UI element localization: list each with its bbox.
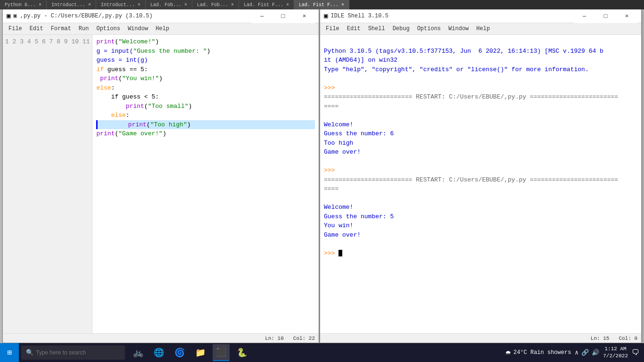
search-icon: 🔍	[26, 349, 33, 356]
browser-tabs[interactable]: Python G... × Introduct... × Introduct..…	[0, 0, 644, 9]
taskbar-icon-python[interactable]: 🐍	[233, 344, 250, 361]
code-area[interactable]: print("Welcome!")g = input("Guess the nu…	[92, 35, 319, 333]
editor-minimize-button[interactable]: –	[251, 9, 272, 23]
taskbar-clock[interactable]: 1:12 AM 7/2/2022	[603, 346, 628, 360]
editor-menu-window[interactable]: Window	[124, 25, 152, 33]
shell-icon: ▣	[324, 12, 328, 20]
shell-menu-edit[interactable]: Edit	[343, 25, 364, 33]
editor-content[interactable]: 1 2 3 4 5 6 7 8 9 10 11 print("Welcome!"…	[3, 35, 319, 333]
shell-separator-1: ======================== RESTART: C:/Use…	[324, 93, 618, 110]
taskbar-icon-chrome[interactable]: 🌀	[171, 344, 188, 361]
taskbar-sound-icon[interactable]: 🔊	[592, 349, 599, 356]
taskbar-weather-icon: 🌧	[505, 349, 511, 356]
shell-menu-shell[interactable]: Shell	[364, 25, 389, 33]
taskbar-right: 🌧 24°C Rain showers ∧ 🔗 🔊 1:12 AM 7/2/20…	[505, 346, 644, 360]
taskbar-app-icons: 🚲 🌐 🌀 📁 ⬛ 🐍	[130, 344, 250, 361]
editor-window-controls[interactable]: – □ ×	[251, 9, 315, 23]
shell-menu-file[interactable]: File	[322, 25, 343, 33]
shell-prompt-1: >>>	[324, 84, 339, 91]
taskbar-search[interactable]: 🔍	[21, 346, 125, 360]
editor-window: ▣ ▣ ,py.py - C:/Users/EBUBE/,py.py (3.10…	[2, 8, 319, 343]
taskbar-weather-text: 24°C Rain showers	[513, 349, 571, 356]
tab-intro1[interactable]: Introduct... ×	[47, 0, 96, 9]
line-numbers: 1 2 3 4 5 6 7 8 9 10 11	[3, 35, 92, 333]
editor-menu-edit[interactable]: Edit	[26, 25, 47, 33]
shell-window-controls[interactable]: – □ ×	[574, 9, 637, 23]
editor-menu-run[interactable]: Run	[75, 25, 93, 33]
editor-close-button[interactable]: ×	[294, 9, 315, 23]
shell-menu-debug[interactable]: Debug	[389, 25, 413, 33]
shell-col: Col: 0	[619, 336, 637, 341]
taskbar-date-text: 7/2/2022	[603, 353, 628, 360]
shell-separator-2: ======================== RESTART: C:/Use…	[324, 176, 618, 193]
editor-col: Col: 22	[293, 336, 315, 341]
editor-menu-help[interactable]: Help	[152, 25, 173, 33]
shell-close-button[interactable]: ×	[616, 9, 637, 23]
shell-content[interactable]: Python 3.10.5 (tags/v3.10.5:f377153, Jun…	[320, 35, 641, 333]
shell-maximize-button[interactable]: □	[595, 9, 616, 23]
start-button[interactable]: ⊞	[0, 343, 19, 362]
shell-menu-options[interactable]: Options	[413, 25, 445, 33]
shell-startup: Python 3.10.5 (tags/v3.10.5:f377153, Jun…	[324, 48, 603, 73]
tab-lad1[interactable]: Lad. Fob... ×	[146, 0, 192, 9]
shell-title-bar: ▣ IDLE Shell 3.10.5 – □ ×	[320, 9, 641, 23]
shell-menu-bar[interactable]: File Edit Shell Debug Options Window Hel…	[320, 23, 641, 35]
taskbar-icon-cortana[interactable]: 🚲	[130, 344, 147, 361]
tab-intro2[interactable]: Introduct... ×	[96, 0, 146, 9]
shell-title: IDLE Shell 3.10.5	[330, 13, 574, 19]
taskbar-notification-icon[interactable]: 🗨	[632, 348, 639, 357]
editor-icon: ▣	[7, 12, 10, 20]
taskbar: ⊞ 🔍 🚲 🌐 🌀 📁 ⬛ 🐍 🌧 24°C Rain showers ∧ 🔗 …	[0, 343, 644, 362]
taskbar-sys-tray: ∧ 🔗 🔊	[575, 349, 599, 356]
editor-status-bar: Ln: 10 Col: 22	[3, 333, 319, 343]
search-input[interactable]	[36, 349, 120, 356]
taskbar-chevron-icon[interactable]: ∧	[575, 349, 578, 356]
editor-menu-file[interactable]: File	[5, 25, 26, 33]
shell-window: ▣ IDLE Shell 3.10.5 – □ × File Edit Shel…	[320, 8, 642, 343]
editor-menu-bar[interactable]: File Edit Format Run Options Window Help	[3, 23, 319, 35]
taskbar-icon-explorer[interactable]: 📁	[192, 344, 209, 361]
taskbar-time-text: 1:12 AM	[603, 346, 628, 353]
shell-prompt-2: >>>	[324, 167, 339, 174]
tab-lad2[interactable]: Lad. Fob... ×	[192, 0, 239, 9]
tab-lad3[interactable]: Lad. Fist F... ×	[239, 0, 294, 9]
tab-python[interactable]: Python G... ×	[0, 0, 47, 9]
shell-menu-window[interactable]: Window	[445, 25, 472, 33]
shell-cursor	[339, 250, 342, 256]
shell-minimize-button[interactable]: –	[574, 9, 595, 23]
editor-title-bar: ▣ ▣ ,py.py - C:/Users/EBUBE/,py.py (3.10…	[3, 9, 319, 23]
editor-menu-format[interactable]: Format	[47, 25, 75, 33]
taskbar-sys-icons: 🌧 24°C Rain showers	[505, 349, 571, 356]
shell-menu-help[interactable]: Help	[472, 25, 494, 33]
taskbar-network-icon[interactable]: 🔗	[581, 349, 589, 356]
editor-title: ▣ ,py.py - C:/Users/EBUBE/,py.py (3.10.5…	[13, 12, 251, 19]
shell-run1-welcome: Welcome! Guess the number: 6 Too high Ga…	[324, 121, 394, 156]
taskbar-icon-terminal[interactable]: ⬛	[213, 344, 230, 361]
tab-active[interactable]: Lad. Fist F... ×	[294, 0, 349, 9]
shell-ln: Ln: 15	[591, 336, 610, 341]
editor-maximize-button[interactable]: □	[272, 9, 294, 23]
shell-status-bar: Ln: 15 Col: 0	[320, 333, 641, 343]
shell-run2-welcome: Welcome! Guess the number: 5 You win! Ga…	[324, 204, 394, 239]
editor-ln: Ln: 10	[265, 336, 284, 341]
shell-prompt-3: >>>	[324, 250, 339, 257]
taskbar-icon-edge[interactable]: 🌐	[150, 344, 167, 361]
editor-menu-options[interactable]: Options	[92, 25, 124, 33]
